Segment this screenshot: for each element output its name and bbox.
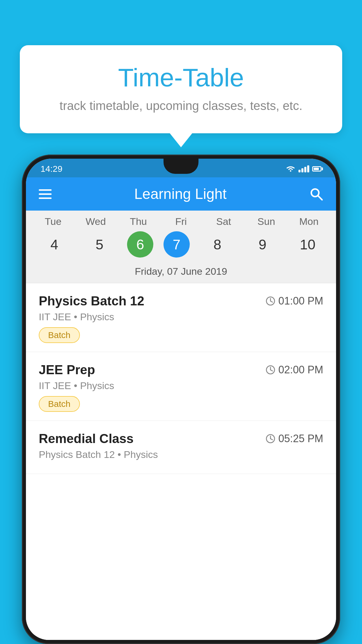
date-8[interactable]: 8 [200,231,235,258]
svg-line-10 [270,439,273,440]
status-time: 14:29 [41,164,62,174]
schedule-item-3-header: Remedial Class 05:25 PM [39,431,323,446]
day-name-row: Tue Wed Thu Fri Sat Sun Mon [26,211,336,230]
schedule-item-2[interactable]: JEE Prep 02:00 PM IIT JEE • Physics Batc… [26,352,336,421]
clock-icon-2 [266,365,275,375]
schedule-time-2: 02:00 PM [266,364,323,376]
schedule-time-label-1: 01:00 PM [278,295,323,307]
day-fri[interactable]: Fri [164,216,198,227]
schedule-item-3[interactable]: Remedial Class 05:25 PM Physics Batch 12… [26,421,336,474]
signal-bars-icon [298,165,309,172]
tooltip-title: Time-Table [43,63,319,92]
date-4[interactable]: 4 [37,231,72,258]
schedule-time-label-3: 05:25 PM [278,433,323,445]
day-wed[interactable]: Wed [78,216,113,227]
app-title: Learning Light [57,186,303,202]
schedule-title-2: JEE Prep [39,363,95,377]
schedule-tag-2: Batch [39,396,80,412]
schedule-item-1-header: Physics Batch 12 01:00 PM [39,294,323,308]
clock-icon-1 [266,296,275,306]
date-5[interactable]: 5 [82,231,117,258]
status-bar: 14:29 [26,159,336,177]
search-icon[interactable] [309,187,323,201]
schedule-time-3: 05:25 PM [266,433,323,445]
date-7-selected[interactable]: 7 [164,231,190,258]
app-bar: Learning Light [26,177,336,211]
hamburger-menu-icon[interactable] [39,189,52,199]
schedule-title-1: Physics Batch 12 [39,294,144,308]
svg-line-1 [318,196,322,200]
phone-outer: 14:29 [22,155,340,644]
svg-line-7 [270,370,273,371]
status-icons [286,165,321,173]
date-10[interactable]: 10 [290,231,325,258]
schedule-subtitle-2: IIT JEE • Physics [39,380,323,391]
svg-line-4 [270,301,273,302]
day-sat[interactable]: Sat [206,216,241,227]
date-6-today[interactable]: 6 [127,231,153,258]
schedule-time-label-2: 02:00 PM [278,364,323,376]
day-mon[interactable]: Mon [291,216,326,227]
schedule-item-2-header: JEE Prep 02:00 PM [39,363,323,377]
date-9[interactable]: 9 [245,231,280,258]
schedule-title-3: Remedial Class [39,431,133,446]
schedule-subtitle-1: IIT JEE • Physics [39,311,323,323]
day-thu[interactable]: Thu [121,216,156,227]
selected-date-label: Friday, 07 June 2019 [26,263,336,283]
calendar-strip: Tue Wed Thu Fri Sat Sun Mon 4 5 6 7 8 9 … [26,211,336,283]
day-sun[interactable]: Sun [249,216,284,227]
tooltip-subtitle: track timetable, upcoming classes, tests… [43,99,319,113]
phone-mockup: 14:29 [22,155,340,644]
wifi-icon [286,165,296,173]
tooltip-card: Time-Table track timetable, upcoming cla… [20,45,342,133]
schedule-subtitle-3: Physics Batch 12 • Physics [39,449,323,460]
battery-icon [312,166,321,172]
clock-icon-3 [266,434,275,444]
schedule-time-1: 01:00 PM [266,295,323,307]
notch [164,159,198,174]
date-number-row: 4 5 6 7 8 9 10 [26,230,336,263]
day-tue[interactable]: Tue [36,216,71,227]
phone-inner: 14:29 [26,159,336,640]
schedule-tag-1: Batch [39,327,80,343]
schedule-item-1[interactable]: Physics Batch 12 01:00 PM IIT JEE • Phys… [26,283,336,352]
schedule-list: Physics Batch 12 01:00 PM IIT JEE • Phys… [26,283,336,640]
